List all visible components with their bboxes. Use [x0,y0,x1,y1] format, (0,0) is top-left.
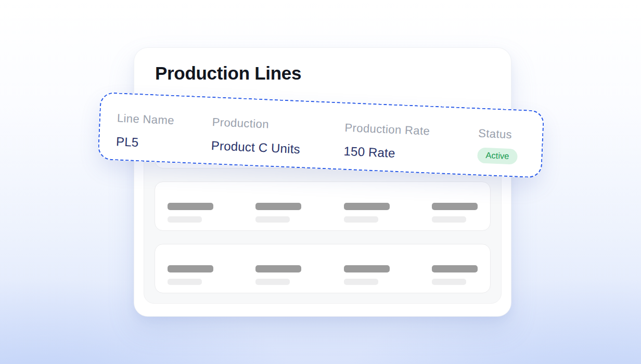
table-row-skeleton[interactable] [155,181,491,231]
skeleton-cell [344,265,390,293]
drag-cell-production: Production Product C Units [211,115,345,158]
skeleton-bar-secondary [255,279,290,285]
skeleton-bar-secondary [255,216,290,223]
drag-cell-line-name: Line Name PL5 [116,111,212,152]
cell-value-line-name: PL5 [116,134,138,149]
column-label-production-rate: Production Rate [344,121,430,138]
table-row-skeleton[interactable] [155,244,491,293]
skeleton-cell [432,265,478,293]
skeleton-cell [255,203,301,230]
skeleton-bar-primary [168,265,213,272]
skeleton-bar-primary [168,203,213,210]
drag-cell-status: Status Active [477,126,543,165]
skeleton-bar-secondary [432,216,466,223]
page-background: Production Lines Line Name PL5 Productio… [0,0,641,364]
skeleton-bar-primary [344,265,390,272]
status-badge: Active [477,147,518,164]
skeleton-bar-primary [432,265,478,272]
skeleton-bar-primary [255,265,301,272]
skeleton-cell [255,265,301,293]
column-label-status: Status [478,126,512,141]
skeleton-cell [168,265,213,293]
skeleton-bar-secondary [344,216,378,223]
skeleton-bar-secondary [168,279,202,285]
skeleton-cell [344,203,390,230]
skeleton-cell [432,203,478,230]
column-label-line-name: Line Name [117,111,174,127]
page-title: Production Lines [155,62,301,85]
column-label-production: Production [212,115,269,132]
cell-value-production-rate: 150 Rate [343,144,395,160]
skeleton-bar-secondary [432,279,466,285]
skeleton-bar-primary [344,203,390,210]
skeleton-cell [168,203,213,230]
cell-value-production: Product C Units [211,138,300,156]
production-lines-card: Production Lines [134,48,511,316]
skeleton-bar-primary [255,203,301,210]
skeleton-bar-secondary [344,279,378,285]
skeleton-bar-secondary [168,216,202,223]
skeleton-bar-primary [432,203,478,210]
drag-cell-production-rate: Production Rate 150 Rate [343,121,479,164]
